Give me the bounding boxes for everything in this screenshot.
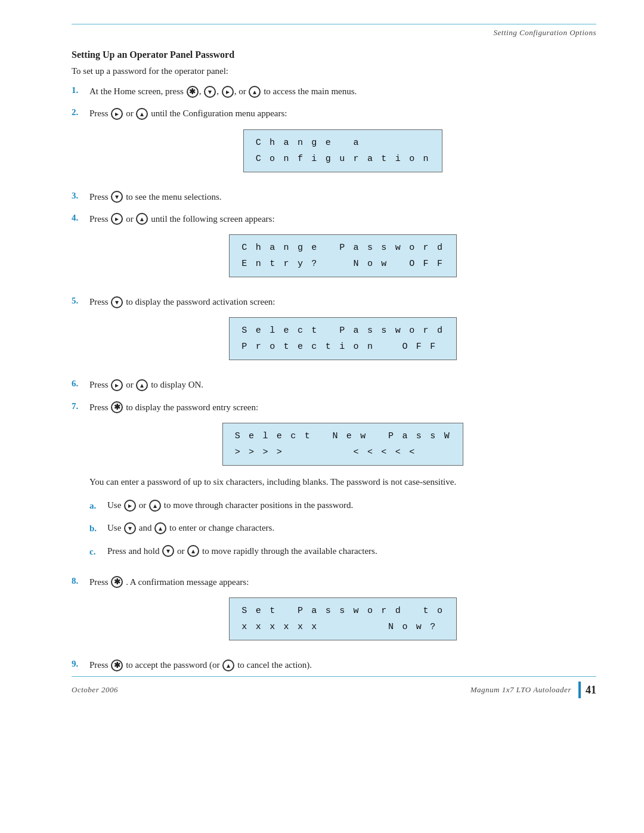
step-9: 9. Press ✱ to accept the password (or ▴ …	[72, 658, 596, 672]
down-button-icon: ▾	[204, 86, 216, 98]
step-9-content: Press ✱ to accept the password (or ▴ to …	[89, 658, 596, 672]
header-title: Setting Configuration Options	[72, 28, 596, 38]
right-button-icon-a: ▸	[124, 500, 136, 512]
section-title: Setting Up an Operator Panel Password	[72, 49, 596, 60]
footer-rule	[72, 676, 596, 677]
lcd-row-2-2: E n t r y ? N o w O F F	[242, 256, 444, 272]
footer: October 2006 Magnum 1x7 LTO Autoloader 4…	[0, 676, 644, 698]
lcd-row-3-1: S e l e c t P a s s w o r d	[242, 323, 444, 339]
sub-step-b-content: Use ▾ and ▴ to enter or change character…	[107, 521, 596, 535]
lcd-row-4-2: > > > > < < < < <	[235, 444, 451, 460]
sub-step-b: b. Use ▾ and ▴ to enter or change charac…	[89, 521, 596, 535]
cross-button-icon-8: ✱	[111, 576, 123, 588]
upalt-button-icon-c: ▴	[187, 545, 199, 557]
intro-text: To set up a password for the operator pa…	[72, 66, 596, 76]
step-5-content: Press ▾ to display the password activati…	[89, 295, 596, 370]
step-num-3: 3.	[72, 190, 89, 201]
up-button-icon-2: ▴	[136, 108, 148, 120]
upalt-button-icon-b: ▴	[154, 522, 166, 534]
step-1: 1. At the Home screen, press ✱, ▾, ▸, or…	[72, 85, 596, 98]
footer-right: Magnum 1x7 LTO Autoloader	[470, 685, 571, 695]
cross-button-icon-7: ✱	[111, 401, 123, 413]
step-6-content: Press ▸ or ▴ to display ON.	[89, 378, 596, 392]
lcd-display-1: C h a n g e a C o n f i g u r a t i o n	[89, 129, 596, 172]
lcd-row-1-2: C o n f i g u r a t i o n	[256, 151, 431, 167]
down-button-icon-b: ▾	[124, 522, 136, 534]
lcd-box-5: S e t P a s s w o r d t o x x x x x x N …	[229, 597, 456, 640]
step-num-7: 7.	[72, 401, 89, 411]
up-button-icon: ▴	[249, 86, 261, 98]
step-7-content: Press ✱ to display the password entry sc…	[89, 401, 596, 567]
step-alpha-a: a.	[89, 498, 107, 513]
down-button-icon-5: ▾	[111, 296, 123, 308]
step-num-9: 9.	[72, 658, 89, 669]
lcd-box-2: C h a n g e P a s s w o r d E n t r y ? …	[229, 234, 456, 277]
footer-content: October 2006 Magnum 1x7 LTO Autoloader 4…	[72, 682, 596, 698]
step-num-1: 1.	[72, 85, 89, 95]
step-7: 7. Press ✱ to display the password entry…	[72, 401, 596, 567]
step-num-2: 2.	[72, 107, 89, 117]
lcd-box-3: S e l e c t P a s s w o r d P r o t e c …	[229, 317, 456, 360]
page-number: 41	[586, 684, 596, 696]
up-button-icon-a: ▴	[149, 500, 161, 512]
step-8: 8. Press ✱ . A confirmation message appe…	[72, 575, 596, 650]
page-num-box: 41	[578, 682, 596, 698]
step-3: 3. Press ▾ to see the menu selections.	[72, 190, 596, 204]
step-4-content: Press ▸ or ▴ until the following screen …	[89, 212, 596, 287]
step-num-5: 5.	[72, 295, 89, 306]
down-button-icon-3: ▾	[111, 191, 123, 203]
page: Setting Configuration Options Setting Up…	[0, 0, 644, 716]
cross-button-icon: ✱	[187, 86, 199, 98]
step-3-content: Press ▾ to see the menu selections.	[89, 190, 596, 204]
lcd-row-5-2: x x x x x x N o w ?	[242, 619, 444, 635]
top-rule	[72, 24, 596, 24]
cross-button-icon-9: ✱	[111, 659, 123, 671]
step-6: 6. Press ▸ or ▴ to display ON.	[72, 378, 596, 392]
step-2: 2. Press ▸ or ▴ until the Configuration …	[72, 107, 596, 181]
right-button-icon: ▸	[222, 86, 234, 98]
step-num-6: 6.	[72, 378, 89, 389]
step-5: 5. Press ▾ to display the password activ…	[72, 295, 596, 370]
lcd-row-5-1: S e t P a s s w o r d t o	[242, 603, 444, 619]
lcd-display-2: C h a n g e P a s s w o r d E n t r y ? …	[89, 234, 596, 277]
right-button-icon-6: ▸	[111, 379, 123, 391]
step-2-content: Press ▸ or ▴ until the Configuration men…	[89, 107, 596, 181]
footer-left: October 2006	[72, 685, 118, 695]
lcd-box-4: S e l e c t N e w P a s s W > > > > < < …	[222, 423, 464, 466]
step-alpha-c: c.	[89, 544, 107, 559]
up-button-icon-6: ▴	[136, 379, 148, 391]
right-button-icon-2: ▸	[111, 108, 123, 120]
step-8-content: Press ✱ . A confirmation message appears…	[89, 575, 596, 650]
sub-step-c: c. Press and hold ▾ or ▴ to move rapidly…	[89, 544, 596, 559]
lcd-display-5: S e t P a s s w o r d t o x x x x x x N …	[89, 597, 596, 640]
upalt-button-icon-9: ▴	[222, 659, 234, 671]
sub-step-a-content: Use ▸ or ▴ to move through character pos…	[107, 498, 596, 512]
right-button-icon-4: ▸	[111, 213, 123, 225]
sub-step-c-content: Press and hold ▾ or ▴ to move rapidly th…	[107, 544, 596, 558]
lcd-row-3-2: P r o t e c t i o n O F F	[242, 339, 444, 355]
step-4: 4. Press ▸ or ▴ until the following scre…	[72, 212, 596, 287]
lcd-display-4: S e l e c t N e w P a s s W > > > > < < …	[89, 423, 596, 466]
step-num-4: 4.	[72, 212, 89, 223]
step-1-content: At the Home screen, press ✱, ▾, ▸, or ▴ …	[89, 85, 596, 98]
lcd-row-4-1: S e l e c t N e w P a s s W	[235, 428, 451, 444]
sub-step-a: a. Use ▸ or ▴ to move through character …	[89, 498, 596, 513]
steps-list: 1. At the Home screen, press ✱, ▾, ▸, or…	[72, 85, 596, 672]
page-num-bar	[578, 682, 581, 698]
step-num-8: 8.	[72, 575, 89, 586]
lcd-display-3: S e l e c t P a s s w o r d P r o t e c …	[89, 317, 596, 360]
step-alpha-b: b.	[89, 521, 107, 535]
down-button-icon-c: ▾	[162, 545, 174, 557]
lcd-row-2-1: C h a n g e P a s s w o r d	[242, 240, 444, 256]
up-button-icon-4: ▴	[136, 213, 148, 225]
lcd-row-1-1: C h a n g e a	[256, 135, 431, 151]
sub-steps: a. Use ▸ or ▴ to move through character …	[89, 498, 596, 559]
password-note: You can enter a password of up to six ch…	[89, 475, 596, 489]
lcd-box-1: C h a n g e a C o n f i g u r a t i o n	[243, 129, 443, 172]
